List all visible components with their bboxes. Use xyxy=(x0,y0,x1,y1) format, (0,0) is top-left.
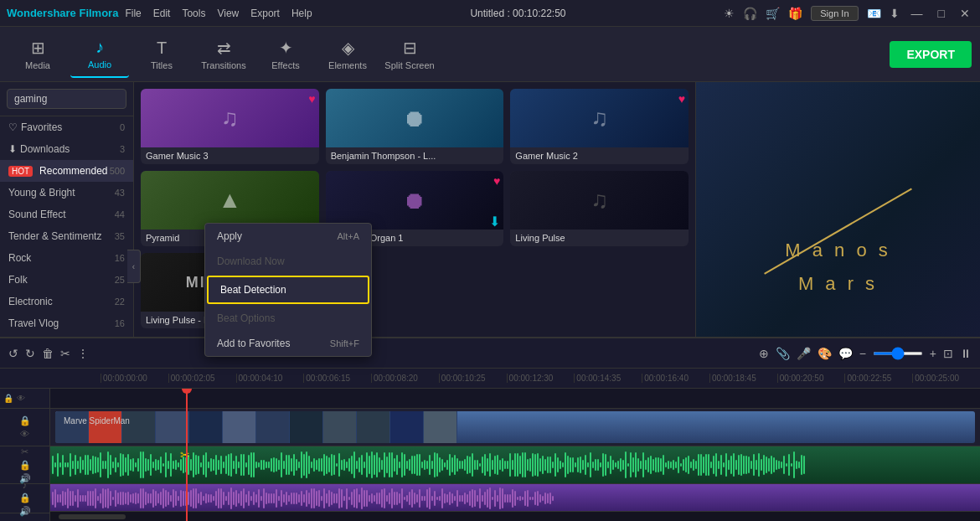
toolbar-splitscreen[interactable]: ⊟ Split Screen xyxy=(380,31,439,78)
menu-edit[interactable]: Edit xyxy=(153,8,171,19)
audio-lock-icon[interactable]: 🔒 xyxy=(19,460,31,471)
gift-icon[interactable]: 🎁 xyxy=(788,7,802,20)
zoom-slider[interactable] xyxy=(873,352,923,355)
note-icon[interactable]: ♪ xyxy=(23,480,28,490)
extra-waveform-bar xyxy=(248,491,250,505)
fit-icon[interactable]: ⊡ xyxy=(943,347,953,360)
clip-icon[interactable]: 📎 xyxy=(776,347,790,360)
young-bright-label: Young & Bright xyxy=(8,187,75,199)
waveform-bar xyxy=(286,455,287,475)
download-audio-icon[interactable]: ⬇ xyxy=(489,214,500,230)
undo-button[interactable]: ↺ xyxy=(8,347,18,360)
sidebar-item-sound-effect[interactable]: Sound Effect 44 xyxy=(0,204,133,225)
extra-waveform-bar xyxy=(137,493,139,503)
delete-button[interactable]: 🗑 xyxy=(42,347,54,360)
split-button[interactable]: ✂ xyxy=(60,347,70,360)
media-label: Media xyxy=(25,60,50,70)
waveform-bar xyxy=(316,460,317,470)
screen-icon[interactable]: 💬 xyxy=(838,347,853,360)
waveform-bar xyxy=(640,461,642,469)
toolbar-titles[interactable]: T Titles xyxy=(132,31,191,78)
extra-waveform-bar xyxy=(152,489,154,507)
favorite-icon[interactable]: ♥ xyxy=(493,174,500,188)
playhead[interactable] xyxy=(186,389,188,521)
sidebar-item-tender[interactable]: Tender & Sentimentz 35 xyxy=(0,225,133,247)
waveform-bar xyxy=(157,460,159,469)
signin-button[interactable]: Sign In xyxy=(811,6,858,21)
extra-waveform-bar xyxy=(472,489,473,508)
clip-thumb-7 xyxy=(256,411,290,443)
track-lock-icon[interactable]: 🔒 xyxy=(19,415,31,426)
audio-card-living-pulse[interactable]: ♫ Living Pulse xyxy=(510,171,689,246)
search-input[interactable] xyxy=(7,89,126,109)
waveform-bar xyxy=(100,452,101,477)
collapse-panel-button[interactable]: ‹ xyxy=(127,250,141,283)
waveform-bar xyxy=(210,458,212,472)
redo-button[interactable]: ↻ xyxy=(25,347,35,360)
notification-icon[interactable]: 📧 xyxy=(867,7,881,20)
track-eye-icon[interactable]: 👁 xyxy=(20,429,29,439)
export-button[interactable]: EXPORT xyxy=(890,41,972,68)
sidebar-item-travel-vlog[interactable]: Travel Vlog 16 xyxy=(0,312,133,334)
audio-icon[interactable]: 🎤 xyxy=(797,347,811,360)
sidebar-item-folk[interactable]: Folk 25 xyxy=(0,269,133,291)
extra-lock-icon[interactable]: 🔒 xyxy=(19,493,31,503)
audio-card-benjamin-thompson[interactable]: ⏺ Benjamin Thompson - L... xyxy=(326,89,504,164)
eye-icon[interactable]: 👁 xyxy=(17,394,25,403)
waveform-bar xyxy=(155,459,157,471)
extra-waveform-bar xyxy=(271,493,272,504)
menu-help[interactable]: Help xyxy=(291,8,312,19)
favorite-icon[interactable]: ♥ xyxy=(678,92,685,106)
waveform-bar xyxy=(467,456,468,473)
maximize-button[interactable]: □ xyxy=(935,7,948,20)
extra-waveform[interactable] xyxy=(50,484,980,513)
ctx-apply[interactable]: Apply Alt+A xyxy=(205,224,371,249)
sidebar-item-electronic[interactable]: Electronic 22 xyxy=(0,291,133,312)
waveform-bar xyxy=(565,452,566,477)
clip-thumb-6 xyxy=(223,411,256,443)
ruler-mark: 00:00:12:30 xyxy=(507,374,575,383)
sidebar-item-young-bright[interactable]: Young & Bright 43 xyxy=(0,182,133,204)
menu-tools[interactable]: Tools xyxy=(182,8,205,19)
zoom-in-icon[interactable]: + xyxy=(930,347,936,360)
minimize-button[interactable]: — xyxy=(908,7,926,20)
waveform-bars xyxy=(50,446,807,483)
menu-export[interactable]: Export xyxy=(250,8,280,19)
scrollbar-thumb[interactable] xyxy=(59,514,126,519)
ctx-beat-detection[interactable]: Beat Detection xyxy=(207,276,369,304)
sidebar-item-recommended[interactable]: HOT Recommended 500 xyxy=(0,160,133,182)
lock-icon[interactable]: 🔒 xyxy=(3,394,13,403)
zoom-out-icon[interactable]: − xyxy=(859,347,866,360)
cart-icon[interactable]: 🛒 xyxy=(766,7,780,20)
menu-view[interactable]: View xyxy=(217,8,239,19)
toolbar-audio[interactable]: ♪ Audio xyxy=(70,31,129,78)
video-clip[interactable]: Marve SpiderMan xyxy=(55,411,975,443)
more-button[interactable]: ⋮ xyxy=(77,347,89,360)
toolbar-effects[interactable]: ✦ Effects xyxy=(256,31,315,78)
menu-file[interactable]: File xyxy=(125,8,141,19)
download-icon[interactable]: ⬇ xyxy=(890,7,900,20)
timeline-scrollbar[interactable] xyxy=(50,511,980,521)
audio-card-gamer-music-3[interactable]: ♫ ♥ Gamer Music 3 xyxy=(141,89,319,164)
ctx-add-to-favorites[interactable]: Add to Favorites Shift+F xyxy=(205,331,371,356)
toolbar-transitions[interactable]: ⇄ Transitions xyxy=(194,31,253,78)
extra-waveform-bar xyxy=(90,491,91,505)
audio-card-gamer-music-2[interactable]: ♫ ♥ Gamer Music 2 xyxy=(510,89,689,164)
extra-waveform-bar xyxy=(487,489,488,508)
sidebar-item-favorites[interactable]: ♡ Favorites 0 xyxy=(0,116,133,138)
scissors-label-icon[interactable]: ✂ xyxy=(21,446,28,457)
close-button[interactable]: ✕ xyxy=(957,7,973,20)
brightness-icon[interactable]: ☀ xyxy=(724,7,735,20)
card-title: Gamer Music 2 xyxy=(515,151,683,161)
sidebar-item-downloads[interactable]: ⬇ Downloads 3 xyxy=(0,138,133,160)
pause-all-icon[interactable]: ⏸ xyxy=(960,347,972,360)
sidebar-item-rock[interactable]: Rock 16 xyxy=(0,247,133,269)
toolbar-elements[interactable]: ◈ Elements xyxy=(318,31,377,78)
headphone-icon[interactable]: 🎧 xyxy=(743,7,757,20)
toolbar-media[interactable]: ⊞ Media xyxy=(8,31,67,78)
snap-icon[interactable]: ⊕ xyxy=(759,347,769,360)
waveform-bar xyxy=(376,452,378,477)
extra-vol-icon[interactable]: 🔊 xyxy=(19,506,31,517)
color-icon[interactable]: 🎨 xyxy=(818,347,832,360)
favorite-icon[interactable]: ♥ xyxy=(308,92,315,106)
